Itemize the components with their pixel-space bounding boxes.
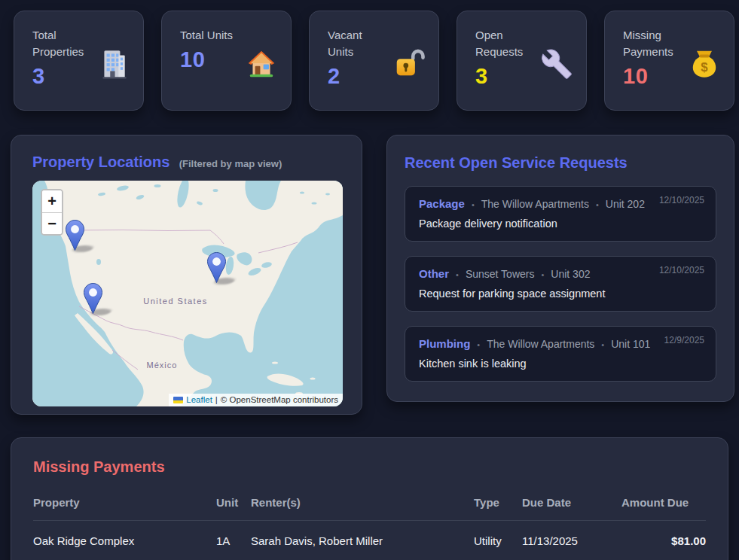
- house-icon: [246, 48, 277, 80]
- column-header-type: Type: [474, 487, 522, 521]
- request-property: The Willow Apartments: [487, 338, 594, 350]
- service-requests-title: Recent Open Service Requests: [405, 154, 716, 172]
- request-description: Kitchen sink is leaking: [419, 358, 702, 370]
- map-attribution: Leaflet | © OpenStreetMap contributors: [169, 394, 343, 406]
- map-filter-note: (Filtered by map view): [179, 158, 282, 169]
- bullet-separator: •: [541, 270, 544, 279]
- stat-label: Open Requests: [475, 27, 537, 60]
- payment-property-link[interactable]: Oak Ridge Complex: [33, 521, 216, 560]
- payment-due-date: 11/13/2025: [522, 521, 621, 560]
- leaflet-link[interactable]: Leaflet: [186, 395, 212, 404]
- property-locations-title: Property Locations: [32, 154, 169, 170]
- column-header-renters: Renter(s): [251, 487, 474, 521]
- panel-header: Property Locations (Filtered by map view…: [32, 154, 362, 171]
- map-marker-pacific-northwest[interactable]: [66, 220, 84, 251]
- map-label-united-states: United States: [143, 297, 208, 306]
- stat-value: 2: [328, 64, 389, 89]
- stat-value: 3: [475, 64, 537, 89]
- stat-label: Vacant Units: [328, 27, 389, 60]
- bullet-separator: •: [472, 200, 475, 209]
- zoom-out-button[interactable]: −: [42, 212, 62, 234]
- middle-row: Property Locations (Filtered by map view…: [0, 111, 739, 415]
- stat-card-missing-payments: Missing Payments 10 $: [604, 11, 734, 111]
- map-marker-california[interactable]: [84, 283, 102, 314]
- unlocked-lock-icon: [393, 48, 425, 80]
- request-date: 12/9/2025: [664, 335, 704, 345]
- zoom-in-button[interactable]: +: [42, 190, 62, 212]
- payment-unit-link[interactable]: 1A: [216, 521, 251, 560]
- column-header-due-date: Due Date: [522, 487, 621, 521]
- payment-amount: $81.00: [621, 521, 706, 560]
- request-date: 12/10/2025: [659, 265, 704, 275]
- stats-row: Total Properties 3: [0, 0, 739, 111]
- wrench-icon: [541, 48, 573, 80]
- map-tiles: United States México: [32, 181, 343, 406]
- missing-payments-table: Property Unit Renter(s) Type Due Date Am…: [33, 487, 706, 560]
- column-header-amount-due: Amount Due: [621, 487, 706, 521]
- stat-value: 10: [623, 64, 685, 89]
- stat-card-open-requests: Open Requests 3: [457, 11, 587, 111]
- property-locations-panel: Property Locations (Filtered by map view…: [11, 135, 362, 415]
- stat-value: 3: [32, 64, 94, 89]
- money-bag-icon: $: [689, 48, 720, 80]
- request-unit: Unit 101: [611, 338, 650, 350]
- map-zoom-control: + −: [41, 189, 63, 236]
- table-row: Oak Ridge Complex 1A Sarah Davis, Robert…: [33, 521, 706, 560]
- stat-card-vacant-units: Vacant Units 2: [309, 11, 439, 111]
- map-marker-midwest[interactable]: [207, 252, 226, 283]
- map[interactable]: United States México: [32, 181, 343, 406]
- request-unit: Unit 202: [606, 198, 645, 210]
- payment-renters: Sarah Davis, Robert Miller: [251, 521, 474, 560]
- request-category: Package: [419, 197, 465, 210]
- ukraine-flag-icon: [173, 397, 183, 403]
- request-description: Package delivery notification: [419, 218, 702, 230]
- request-category: Plumbing: [419, 337, 470, 350]
- stat-value: 10: [180, 47, 242, 72]
- osm-attribution-link[interactable]: © OpenStreetMap contributors: [221, 395, 338, 404]
- missing-payments-panel: Missing Payments Property Unit Renter(s)…: [11, 437, 728, 560]
- request-property: Sunset Towers: [466, 268, 535, 280]
- service-requests-panel: Recent Open Service Requests Package • T…: [386, 135, 734, 402]
- missing-payments-title: Missing Payments: [33, 458, 706, 476]
- payment-type: Utility: [474, 521, 522, 560]
- request-card-plumbing[interactable]: Plumbing • The Willow Apartments • Unit …: [405, 326, 716, 382]
- table-header-row: Property Unit Renter(s) Type Due Date Am…: [33, 487, 706, 521]
- bullet-separator: •: [477, 340, 480, 349]
- stat-card-total-properties: Total Properties 3: [14, 11, 144, 111]
- dollar-glyph: $: [701, 60, 708, 75]
- stat-card-total-units: Total Units 10: [161, 11, 292, 111]
- bullet-separator: •: [596, 200, 599, 209]
- request-unit: Unit 302: [551, 268, 590, 280]
- map-label-mexico: México: [147, 361, 178, 370]
- attribution-separator: |: [215, 395, 218, 404]
- stat-label: Missing Payments: [623, 27, 685, 60]
- request-description: Request for parking space assignment: [419, 288, 702, 300]
- request-card-other[interactable]: Other • Sunset Towers • Unit 302 12/10/2…: [405, 256, 716, 312]
- request-card-package[interactable]: Package • The Willow Apartments • Unit 2…: [405, 186, 716, 242]
- stat-label: Total Properties: [32, 27, 94, 60]
- request-date: 12/10/2025: [659, 195, 704, 205]
- stat-label: Total Units: [180, 27, 242, 44]
- building-icon: [98, 48, 130, 80]
- bullet-separator: •: [456, 270, 459, 279]
- request-property: The Willow Apartments: [481, 198, 589, 210]
- column-header-unit: Unit: [216, 487, 251, 521]
- request-list: Package • The Willow Apartments • Unit 2…: [405, 186, 716, 382]
- request-category: Other: [419, 267, 449, 280]
- column-header-property: Property: [33, 487, 216, 521]
- bullet-separator: •: [601, 340, 604, 349]
